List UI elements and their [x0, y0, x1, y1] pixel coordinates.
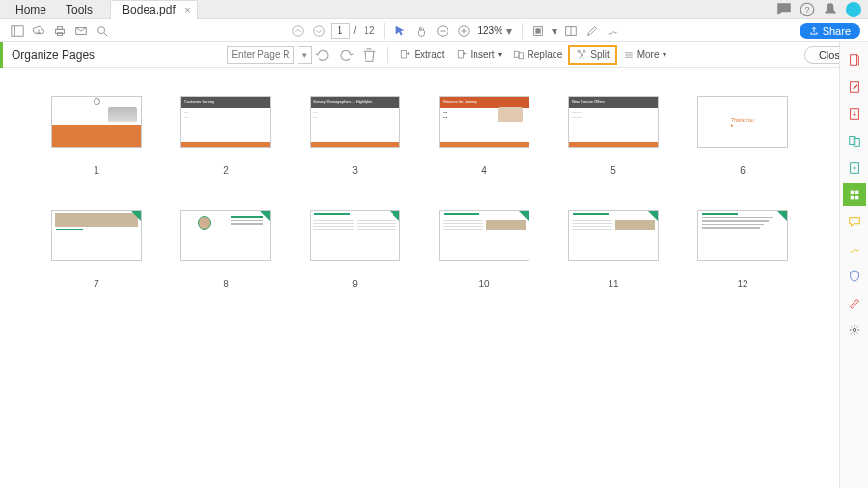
svg-rect-36	[850, 191, 854, 195]
page-range-input[interactable]	[227, 46, 294, 64]
delete-icon[interactable]	[360, 45, 379, 65]
rail-create-pdf-icon[interactable]	[843, 48, 866, 71]
svg-rect-23	[514, 51, 519, 57]
search-icon[interactable]	[93, 21, 112, 41]
tab-tools[interactable]: Tools	[56, 3, 102, 16]
svg-rect-39	[854, 196, 858, 200]
svg-point-10	[292, 25, 303, 36]
rail-protect-icon[interactable]	[843, 264, 866, 287]
avatar[interactable]	[845, 1, 862, 18]
page-thumbnail[interactable]: 1	[39, 96, 154, 176]
replace-button[interactable]: Replace	[507, 45, 569, 65]
read-mode-icon[interactable]	[561, 21, 581, 41]
page-thumbnail[interactable]: 12	[685, 210, 800, 289]
svg-line-9	[104, 32, 108, 36]
zoom-level[interactable]: 123%	[477, 25, 502, 36]
svg-rect-38	[850, 196, 854, 200]
rail-organize-icon[interactable]	[843, 183, 866, 206]
extract-button[interactable]: Extract	[393, 45, 449, 65]
thumbnail-image	[51, 210, 142, 261]
close-tab-icon[interactable]: ×	[184, 4, 190, 15]
rail-more-tools-icon[interactable]	[843, 318, 866, 341]
thumbnail-number: 3	[352, 148, 358, 176]
svg-rect-24	[519, 52, 524, 58]
fit-width-icon[interactable]	[529, 21, 548, 41]
hand-tool-icon[interactable]	[412, 21, 431, 41]
split-button[interactable]: Split	[568, 45, 616, 65]
extract-label: Extract	[414, 49, 444, 60]
save-cloud-icon[interactable]	[29, 21, 48, 41]
page-range-dropdown[interactable]: ▾	[298, 46, 312, 64]
page-thumbnail[interactable]: Customer Survey•••••••••2	[168, 96, 284, 176]
tab-document-label: Bodea.pdf	[122, 3, 176, 16]
insert-label: Insert	[471, 49, 495, 60]
thumbnail-number: 12	[737, 261, 747, 289]
svg-rect-5	[57, 26, 62, 29]
page-thumbnail[interactable]: 8	[168, 210, 284, 289]
rail-fill-sign-icon[interactable]	[843, 237, 866, 260]
zoom-in-icon[interactable]	[454, 21, 474, 41]
thumbnail-number: 4	[481, 148, 487, 176]
chat-icon[interactable]	[775, 1, 793, 18]
sidebar-toggle-icon[interactable]	[8, 21, 27, 41]
page-sep: /	[354, 25, 357, 36]
rail-combine-icon[interactable]	[843, 129, 866, 152]
thumbnail-number: 8	[223, 261, 229, 289]
thumbnail-image: Survey Demographics – Highlights••••••	[310, 96, 400, 148]
page-up-icon[interactable]	[288, 21, 308, 41]
svg-rect-34	[854, 138, 859, 146]
page-thumbnail[interactable]: 7	[39, 210, 154, 289]
svg-text:?: ?	[804, 5, 809, 14]
page-thumbnail[interactable]: Survey Demographics – Highlights••••••3	[297, 96, 413, 176]
svg-point-26	[583, 50, 585, 52]
thumbnail-number: 7	[94, 261, 99, 289]
organize-title: Organize Pages	[12, 48, 95, 62]
page-thumbnail[interactable]: 11	[556, 210, 671, 289]
help-icon[interactable]: ?	[799, 1, 816, 18]
page-thumbnail[interactable]: New Course Offers••••••••••••••5	[556, 96, 671, 176]
right-tools-rail	[839, 42, 868, 488]
fit-dropdown-icon[interactable]: ▾	[550, 21, 559, 41]
rail-redact-icon[interactable]	[843, 291, 866, 314]
thumbnail-image: New Course Offers••••••••••••••	[568, 96, 659, 148]
tab-home[interactable]: Home	[6, 3, 56, 16]
rotate-cw-icon[interactable]	[337, 45, 356, 65]
share-button[interactable]: Share	[800, 23, 860, 39]
page-thumbnail[interactable]: 10	[426, 210, 542, 289]
rail-edit-pdf-icon[interactable]	[843, 75, 866, 98]
organize-toolbar: Organize Pages ▾ Extract Insert▾ Replace…	[0, 42, 868, 68]
annotate-icon[interactable]	[583, 21, 602, 41]
page-thumbnail[interactable]: Reasons for Joining•••••••••4	[426, 96, 542, 176]
thumbnail-number: 2	[223, 148, 229, 176]
rotate-ccw-icon[interactable]	[313, 45, 333, 65]
svg-point-40	[853, 328, 856, 332]
window-tabbar: Home Tools Bodea.pdf × ?	[0, 0, 868, 19]
print-icon[interactable]	[50, 21, 69, 41]
accent-bar	[0, 42, 3, 68]
insert-button[interactable]: Insert▾	[450, 45, 507, 65]
bell-icon[interactable]	[822, 1, 839, 18]
thumbnail-number: 10	[478, 261, 489, 289]
page-current-input[interactable]: 1	[331, 23, 350, 39]
rail-share-icon[interactable]	[843, 156, 866, 179]
zoom-out-icon[interactable]	[433, 21, 452, 41]
thumbnail-number: 9	[352, 261, 358, 289]
page-thumbnail[interactable]: Thank You▸6	[685, 96, 800, 176]
thumbnail-area: 1Customer Survey•••••••••2Survey Demogra…	[0, 68, 839, 488]
page-thumbnail[interactable]: 9	[297, 210, 413, 289]
rail-comment-icon[interactable]	[843, 210, 866, 233]
page-down-icon[interactable]	[310, 21, 329, 41]
more-button[interactable]: More▾	[617, 45, 672, 65]
thumbnail-image	[310, 210, 400, 261]
tab-document[interactable]: Bodea.pdf ×	[110, 0, 198, 19]
chevron-down-icon: ▾	[663, 50, 666, 59]
sign-icon[interactable]	[604, 21, 623, 41]
mail-icon[interactable]	[71, 21, 91, 41]
svg-rect-22	[458, 50, 463, 58]
zoom-dropdown-icon[interactable]: ▾	[504, 21, 514, 41]
select-tool-icon[interactable]	[391, 21, 410, 41]
thumbnail-number: 5	[610, 148, 616, 176]
rail-export-pdf-icon[interactable]	[843, 102, 866, 125]
svg-rect-33	[849, 137, 854, 145]
replace-label: Replace	[528, 49, 563, 60]
